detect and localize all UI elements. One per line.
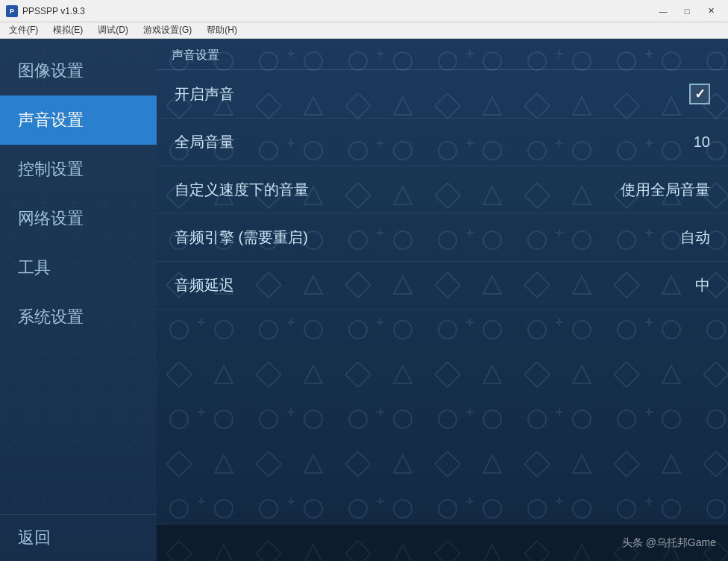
settings-list: 开启声音全局音量10自定义速度下的音量使用全局音量音频引擎 (需要重启)自动音频… xyxy=(157,70,728,524)
setting-row-4[interactable]: 音频延迟中 xyxy=(157,262,728,310)
title-bar: P PPSSPP v1.9.3 — □ ✕ xyxy=(0,0,728,22)
checkbox-0[interactable] xyxy=(689,84,710,104)
menu-bar: 文件(F)模拟(E)调试(D)游戏设置(G)帮助(H) xyxy=(0,22,728,39)
menu-item-E[interactable]: 模拟(E) xyxy=(47,22,89,38)
menu-item-G[interactable]: 游戏设置(G) xyxy=(137,22,198,38)
sidebar-bottom-area: 返回 xyxy=(0,514,157,561)
setting-label-0: 开启声音 xyxy=(175,84,234,104)
setting-row-0[interactable]: 开启声音 xyxy=(157,70,728,119)
close-button[interactable]: ✕ xyxy=(700,4,722,19)
sidebar-nav: 图像设置声音设置控制设置网络设置工具系统设置 xyxy=(0,39,157,514)
panel-header: 声音设置 xyxy=(157,39,728,70)
maximize-button[interactable]: □ xyxy=(676,4,698,19)
setting-row-2[interactable]: 自定义速度下的音量使用全局音量 xyxy=(157,166,728,214)
sidebar-item-audio[interactable]: 声音设置 xyxy=(0,95,157,145)
menu-item-D[interactable]: 调试(D) xyxy=(92,22,134,38)
window-controls: — □ ✕ xyxy=(652,4,722,19)
sidebar-item-system[interactable]: 系统设置 xyxy=(0,292,157,342)
right-panel: 声音设置 开启声音全局音量10自定义速度下的音量使用全局音量音频引擎 (需要重启… xyxy=(157,39,728,561)
setting-value-4: 中 xyxy=(695,275,710,295)
menu-item-H[interactable]: 帮助(H) xyxy=(201,22,243,38)
setting-row-3[interactable]: 音频引擎 (需要重启)自动 xyxy=(157,214,728,262)
setting-label-1: 全局音量 xyxy=(175,132,234,152)
panel-title: 声音设置 xyxy=(172,48,219,61)
sidebar: 图像设置声音设置控制设置网络设置工具系统设置 返回 xyxy=(0,39,157,561)
minimize-button[interactable]: — xyxy=(652,4,674,19)
app-title: PPSSPP v1.9.3 xyxy=(22,6,85,16)
bottom-bar: 头条 @乌托邦Game xyxy=(157,524,728,561)
setting-value-2: 使用全局音量 xyxy=(621,180,710,200)
setting-row-1[interactable]: 全局音量10 xyxy=(157,119,728,166)
setting-value-1: 10 xyxy=(694,134,710,151)
setting-value-3: 自动 xyxy=(680,228,710,248)
sidebar-item-graphics[interactable]: 图像设置 xyxy=(0,46,157,95)
back-button[interactable]: 返回 xyxy=(0,514,157,561)
setting-label-4: 音频延迟 xyxy=(175,275,234,295)
watermark: 头条 @乌托邦Game xyxy=(622,536,716,550)
app-icon: P xyxy=(6,5,18,17)
setting-value-0 xyxy=(689,84,710,104)
title-bar-left: P PPSSPP v1.9.3 xyxy=(6,5,85,17)
sidebar-item-network[interactable]: 网络设置 xyxy=(0,194,157,243)
main-content: 图像设置声音设置控制设置网络设置工具系统设置 返回 声音设置 开启声音全局音量1… xyxy=(0,39,728,561)
menu-item-F[interactable]: 文件(F) xyxy=(3,22,44,38)
setting-label-3: 音频引擎 (需要重启) xyxy=(175,228,308,248)
sidebar-item-tools[interactable]: 工具 xyxy=(0,243,157,292)
setting-label-2: 自定义速度下的音量 xyxy=(175,180,309,200)
sidebar-item-controls[interactable]: 控制设置 xyxy=(0,145,157,194)
back-label: 返回 xyxy=(18,528,51,547)
